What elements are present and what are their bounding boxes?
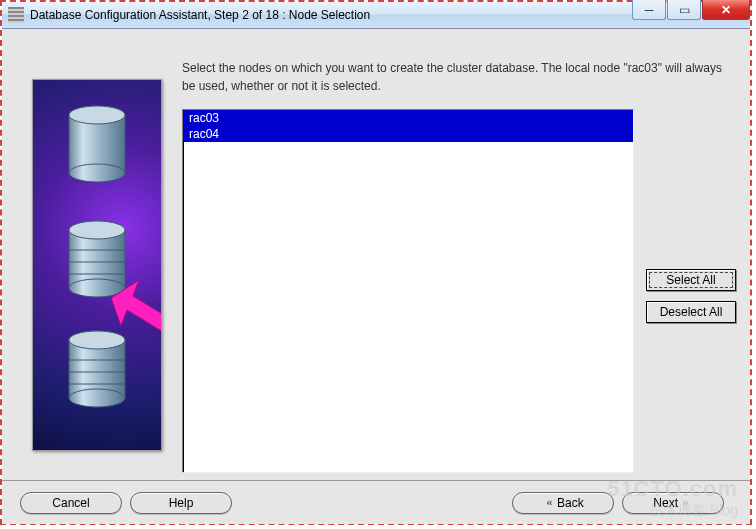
app-icon bbox=[8, 7, 24, 23]
node-list[interactable]: rac03 rac04 bbox=[182, 109, 634, 473]
titlebar[interactable]: Database Configuration Assistant, Step 2… bbox=[2, 2, 750, 29]
maximize-button[interactable]: ▭ bbox=[667, 0, 701, 20]
next-label: Next bbox=[653, 496, 678, 510]
svg-marker-12 bbox=[111, 280, 162, 332]
help-button[interactable]: Help bbox=[130, 492, 232, 514]
selection-buttons: Select All Deselect All bbox=[646, 269, 736, 333]
window-title: Database Configuration Assistant, Step 2… bbox=[30, 8, 370, 22]
svg-point-10 bbox=[69, 389, 125, 407]
chevron-left-icon: « bbox=[546, 496, 553, 509]
close-button[interactable]: ✕ bbox=[702, 0, 750, 20]
svg-point-2 bbox=[69, 164, 125, 182]
deselect-all-button[interactable]: Deselect All bbox=[646, 301, 736, 323]
window-frame: Database Configuration Assistant, Step 2… bbox=[0, 0, 752, 525]
list-item[interactable]: rac04 bbox=[183, 126, 633, 142]
back-label: Back bbox=[557, 496, 584, 510]
wizard-footer: Cancel Help « Back Next » bbox=[2, 480, 750, 524]
wizard-graphic bbox=[32, 79, 162, 451]
svg-point-3 bbox=[69, 106, 125, 124]
select-all-button[interactable]: Select All bbox=[646, 269, 736, 291]
chevron-right-icon: » bbox=[682, 496, 689, 509]
minimize-button[interactable]: ─ bbox=[632, 0, 666, 20]
back-button[interactable]: « Back bbox=[512, 492, 614, 514]
main-panel: Select the nodes on which you want to cr… bbox=[182, 29, 750, 476]
database-cylinder-icon bbox=[67, 105, 127, 185]
instruction-text: Select the nodes on which you want to cr… bbox=[182, 59, 722, 95]
cancel-button[interactable]: Cancel bbox=[20, 492, 122, 514]
content-area: Select the nodes on which you want to cr… bbox=[2, 29, 750, 476]
svg-point-7 bbox=[69, 221, 125, 239]
list-item[interactable]: rac03 bbox=[183, 110, 633, 126]
dialog-body: Select the nodes on which you want to cr… bbox=[2, 29, 750, 524]
next-button[interactable]: Next » bbox=[622, 492, 724, 514]
window-controls: ─ ▭ ✕ bbox=[631, 0, 750, 20]
